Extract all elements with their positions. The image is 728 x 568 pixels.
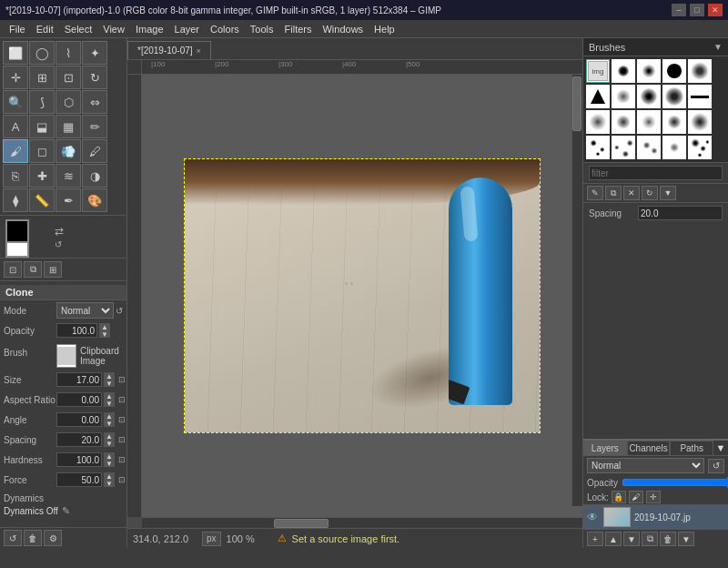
brush-item-15[interactable]	[688, 110, 712, 134]
lock-alpha-button[interactable]: 🔒	[612, 491, 626, 503]
tool-ink[interactable]: 🖊	[82, 139, 107, 163]
brush-item-8[interactable]	[637, 85, 661, 108]
brush-item-2[interactable]	[612, 59, 635, 83]
tool-clone[interactable]: ⎘	[3, 164, 28, 188]
canvas-tab-main[interactable]: *[2019-10-07] ×	[127, 41, 211, 59]
brush-menu-button[interactable]: ▼	[660, 186, 676, 200]
brush-item-19[interactable]	[662, 136, 686, 159]
dynamics-edit-button[interactable]: ✎	[62, 505, 70, 517]
menu-view[interactable]: View	[97, 24, 130, 35]
restore-button[interactable]: ↺	[4, 530, 22, 546]
close-button[interactable]: ✕	[708, 4, 723, 16]
horizontal-scrollbar-thumb[interactable]	[274, 519, 329, 528]
menu-image[interactable]: Image	[130, 24, 169, 35]
brush-item-3[interactable]	[637, 59, 661, 83]
quick-mask-button[interactable]: ⊡	[4, 261, 22, 278]
brush-item-6[interactable]	[586, 85, 610, 108]
paths-tab[interactable]: Paths	[670, 441, 713, 456]
layers-down-button[interactable]: ▼	[623, 532, 640, 546]
brush-refresh-button[interactable]: ↻	[642, 186, 658, 200]
menu-file[interactable]: File	[4, 24, 31, 35]
status-unit-selector[interactable]: px	[202, 532, 221, 546]
layers-panel-arrow[interactable]: ▼	[713, 441, 728, 456]
channels-tab[interactable]: Channels	[627, 441, 671, 456]
tool-move[interactable]: ✛	[3, 66, 28, 89]
brush-item-20[interactable]	[688, 136, 712, 159]
aspect-extra-icon[interactable]: ⊡	[118, 395, 126, 404]
tool-shear[interactable]: ⟆	[29, 90, 55, 114]
tool-by-color-select[interactable]: 🎨	[82, 188, 107, 212]
force-down[interactable]: ▼	[104, 480, 115, 487]
tool-gradient[interactable]: ▦	[56, 115, 81, 138]
lock-paint-button[interactable]: 🖌	[629, 491, 643, 503]
brush-preview[interactable]	[56, 344, 76, 368]
config-button[interactable]: ⚙	[44, 530, 62, 546]
hardness-down[interactable]: ▼	[104, 460, 115, 467]
tool-align[interactable]: ⊞	[29, 66, 55, 89]
hardness-extra-icon[interactable]: ⊡	[118, 455, 126, 464]
vertical-scrollbar[interactable]	[571, 75, 582, 506]
tool-crop[interactable]: ⊡	[56, 66, 81, 89]
size-input[interactable]: 17.00	[56, 372, 102, 387]
brush-item-17[interactable]	[612, 136, 635, 159]
vertical-scrollbar-thumb[interactable]	[572, 76, 581, 131]
tool-text[interactable]: A	[3, 115, 28, 138]
tool-fuzzy-select[interactable]: ✦	[82, 41, 107, 65]
tool-path[interactable]: ✒	[56, 188, 81, 212]
swap-colors-button[interactable]: ⇄	[55, 225, 64, 238]
spacing-down[interactable]: ▼	[104, 440, 115, 447]
tool-rotate[interactable]: ↻	[82, 66, 107, 89]
angle-input[interactable]: 0.00	[56, 412, 102, 427]
brush-item-11[interactable]	[586, 110, 610, 134]
minimize-button[interactable]: –	[672, 4, 686, 16]
angle-down[interactable]: ▼	[104, 420, 115, 427]
tool-ellipse-select[interactable]: ◯	[29, 41, 55, 65]
hardness-input[interactable]: 100.0	[56, 452, 102, 467]
layers-del-button[interactable]: 🗑	[660, 532, 676, 546]
layers-mode-select[interactable]: Normal	[587, 458, 704, 473]
menu-edit[interactable]: Edit	[31, 24, 59, 35]
brush-item-10[interactable]	[688, 85, 712, 108]
brushes-panel-arrow[interactable]: ▼	[713, 42, 723, 52]
brush-item-16[interactable]	[586, 136, 610, 159]
tool-measure[interactable]: 📏	[29, 188, 55, 212]
brush-item-9[interactable]	[662, 85, 686, 108]
brush-spacing-input[interactable]: 20.0	[638, 206, 723, 220]
menu-colors[interactable]: Colors	[205, 24, 245, 35]
window-view-button[interactable]: ⧉	[24, 261, 42, 278]
lock-move-button[interactable]: ✛	[646, 491, 661, 503]
delete-button[interactable]: 🗑	[24, 530, 42, 546]
brush-item-13[interactable]	[637, 110, 661, 134]
tool-airbrush[interactable]: 💨	[56, 139, 81, 163]
canvas-tab-close[interactable]: ×	[197, 46, 201, 56]
menu-layer[interactable]: Layer	[169, 24, 206, 35]
menu-windows[interactable]: Windows	[317, 24, 369, 35]
aspect-down[interactable]: ▼	[104, 400, 115, 407]
size-down[interactable]: ▼	[104, 380, 115, 387]
layer-visibility-icon[interactable]: 👁	[587, 511, 600, 523]
tool-color-picker[interactable]: ⧫	[3, 188, 28, 212]
fullscreen-button[interactable]: ⊞	[44, 261, 62, 278]
reset-colors-button[interactable]: ↺	[55, 239, 64, 249]
brush-item-12[interactable]	[612, 110, 635, 134]
layers-opacity-slider[interactable]	[622, 477, 728, 488]
menu-select[interactable]: Select	[59, 24, 98, 35]
spacing-extra-icon[interactable]: ⊡	[118, 435, 126, 444]
tool-paintbrush[interactable]: 🖌	[3, 139, 28, 163]
spacing-input[interactable]: 20.0	[56, 432, 102, 447]
size-extra-icon[interactable]: ⊡	[118, 375, 126, 384]
opacity-down[interactable]: ▼	[99, 330, 110, 338]
layers-up-button[interactable]: ▲	[605, 532, 622, 546]
tool-smudge[interactable]: ≋	[56, 164, 81, 188]
tool-bucket[interactable]: ⬓	[29, 115, 55, 138]
layer-row[interactable]: 👁 2019-10-07.jp	[583, 504, 728, 529]
brush-new-button[interactable]: ✎	[587, 186, 603, 200]
tool-flip[interactable]: ⇔	[82, 90, 107, 114]
layers-dup-button[interactable]: ⧉	[642, 532, 658, 546]
brush-item-14[interactable]	[662, 110, 686, 134]
brush-dup-button[interactable]: ⧉	[605, 186, 622, 200]
brush-del-button[interactable]: ✕	[623, 186, 640, 200]
force-input[interactable]: 50.0	[56, 472, 102, 487]
canvas-viewport[interactable]	[142, 75, 582, 517]
layers-add-button[interactable]: +	[587, 532, 603, 546]
